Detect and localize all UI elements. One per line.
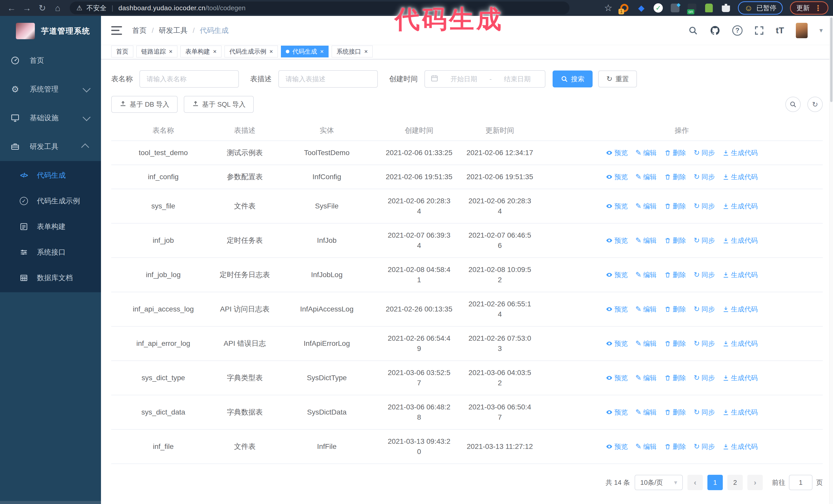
scrollbar-thumb[interactable] [830, 18, 832, 102]
op-delete-link[interactable]: 删除 [664, 338, 686, 349]
op-generate-link[interactable]: 生成代码 [722, 373, 758, 383]
next-page-button[interactable]: › [747, 475, 763, 490]
op-delete-link[interactable]: 删除 [664, 304, 686, 314]
security-label[interactable]: 不安全 [86, 4, 106, 13]
extension-icon-grid[interactable] [670, 3, 680, 13]
op-generate-link[interactable]: 生成代码 [722, 441, 758, 452]
update-button[interactable]: 更新 ⋮ [790, 1, 828, 15]
op-generate-link[interactable]: 生成代码 [722, 304, 758, 314]
op-generate-link[interactable]: 生成代码 [722, 338, 758, 349]
sidebar-subitem-system-api[interactable]: 系统接口 [0, 239, 101, 265]
sidebar-item-infrastructure[interactable]: 基础设施 [0, 103, 101, 132]
op-edit-link[interactable]: ✎编辑 [635, 407, 657, 417]
sidebar-scrollbar[interactable] [0, 501, 101, 504]
tab-system-api[interactable]: 系统接口 × [332, 46, 373, 57]
op-delete-link[interactable]: 删除 [664, 148, 686, 158]
extension-icon-gem[interactable]: ◆ [636, 3, 646, 13]
browser-back-button[interactable]: ← [5, 1, 19, 15]
op-sync-link[interactable]: ↻同步 [694, 270, 715, 280]
breadcrumb-item-home[interactable]: 首页 [132, 26, 147, 35]
start-date-placeholder[interactable]: 开始日期 [442, 75, 486, 83]
op-generate-link[interactable]: 生成代码 [722, 407, 758, 417]
op-edit-link[interactable]: ✎编辑 [635, 373, 657, 383]
close-icon[interactable]: × [269, 48, 273, 55]
import-sql-button[interactable]: 基于 SQL 导入 [184, 96, 254, 113]
font-size-icon[interactable]: tT [776, 25, 784, 35]
op-preview-link[interactable]: 预览 [606, 441, 628, 452]
sidebar-subitem-db-doc[interactable]: 数据库文档 [0, 265, 101, 291]
search-icon[interactable] [688, 26, 698, 35]
extension-icon-green-check[interactable]: ✓ [653, 3, 663, 13]
op-delete-link[interactable]: 删除 [664, 235, 686, 246]
sidebar-item-devtools[interactable]: 研发工具 [0, 132, 101, 161]
op-preview-link[interactable]: 预览 [606, 172, 628, 182]
table-name-input[interactable] [139, 70, 239, 88]
op-sync-link[interactable]: ↻同步 [694, 373, 715, 383]
op-edit-link[interactable]: ✎编辑 [635, 201, 657, 211]
extensions-puzzle-icon[interactable] [721, 3, 731, 13]
table-desc-input[interactable] [278, 70, 378, 88]
browser-reload-button[interactable]: ↻ [35, 1, 49, 15]
extension-icon-key[interactable] [704, 3, 714, 13]
op-sync-link[interactable]: ↻同步 [694, 235, 715, 246]
tab-form-builder[interactable]: 表单构建 × [181, 46, 221, 57]
op-edit-link[interactable]: ✎编辑 [635, 235, 657, 246]
op-generate-link[interactable]: 生成代码 [722, 148, 758, 158]
sidebar-subitem-codegen[interactable]: </> 代码生成 [0, 163, 101, 188]
op-generate-link[interactable]: 生成代码 [722, 172, 758, 182]
hamburger-button[interactable] [111, 26, 122, 35]
op-delete-link[interactable]: 删除 [664, 373, 686, 383]
hide-search-button[interactable] [785, 97, 801, 112]
prev-page-button[interactable]: ‹ [687, 475, 703, 490]
search-button[interactable]: 搜索 [553, 71, 593, 88]
browser-menu-dots-icon[interactable]: ⋮ [814, 4, 822, 13]
sidebar-item-system[interactable]: ⚙ 系统管理 [0, 75, 101, 103]
caret-down-icon[interactable]: ▾ [819, 26, 823, 34]
op-edit-link[interactable]: ✎编辑 [635, 270, 657, 280]
close-icon[interactable]: × [320, 48, 324, 55]
op-preview-link[interactable]: 预览 [606, 148, 628, 158]
browser-home-button[interactable]: ⌂ [51, 1, 65, 15]
op-preview-link[interactable]: 预览 [606, 338, 628, 349]
op-edit-link[interactable]: ✎编辑 [635, 441, 657, 452]
op-sync-link[interactable]: ↻同步 [694, 201, 715, 211]
bookmark-star-icon[interactable]: ☆ [604, 3, 612, 13]
op-edit-link[interactable]: ✎编辑 [635, 148, 657, 158]
avatar[interactable] [796, 23, 808, 38]
page-size-select[interactable]: 10条/页 ▾ [635, 475, 683, 490]
op-sync-link[interactable]: ↻同步 [694, 338, 715, 349]
extension-icon-dark-on[interactable]: on [687, 3, 697, 13]
reset-button[interactable]: ↻ 重置 [598, 71, 637, 88]
op-preview-link[interactable]: 预览 [606, 270, 628, 280]
op-generate-link[interactable]: 生成代码 [722, 201, 758, 211]
op-sync-link[interactable]: ↻同步 [694, 407, 715, 417]
end-date-placeholder[interactable]: 结束日期 [495, 75, 539, 83]
extension-icon-orange[interactable]: 1 [619, 3, 629, 13]
op-generate-link[interactable]: 生成代码 [722, 270, 758, 280]
op-sync-link[interactable]: ↻同步 [694, 172, 715, 182]
op-preview-link[interactable]: 预览 [606, 407, 628, 417]
op-edit-link[interactable]: ✎编辑 [635, 172, 657, 182]
app-logo-row[interactable]: 芋道管理系统 [0, 16, 101, 46]
op-delete-link[interactable]: 删除 [664, 270, 686, 280]
date-range-picker[interactable]: 开始日期 - 结束日期 [425, 70, 545, 88]
sidebar-subitem-form-builder[interactable]: 表单构建 [0, 214, 101, 239]
goto-page-input[interactable] [789, 475, 812, 490]
op-preview-link[interactable]: 预览 [606, 201, 628, 211]
op-sync-link[interactable]: ↻同步 [694, 304, 715, 314]
op-edit-link[interactable]: ✎编辑 [635, 304, 657, 314]
sidebar-item-home[interactable]: 首页 [0, 46, 101, 75]
op-delete-link[interactable]: 删除 [664, 441, 686, 452]
browser-scrollbar[interactable] [829, 16, 833, 504]
op-sync-link[interactable]: ↻同步 [694, 148, 715, 158]
op-delete-link[interactable]: 删除 [664, 407, 686, 417]
tab-codegen[interactable]: 代码生成 × [281, 46, 329, 57]
tab-tracing[interactable]: 链路追踪 × [136, 46, 177, 57]
op-preview-link[interactable]: 预览 [606, 235, 628, 246]
page-2-button[interactable]: 2 [728, 475, 743, 490]
op-edit-link[interactable]: ✎编辑 [635, 338, 657, 349]
sidebar-subitem-codegen-example[interactable]: ✓ 代码生成示例 [0, 188, 101, 214]
op-preview-link[interactable]: 预览 [606, 373, 628, 383]
op-preview-link[interactable]: 预览 [606, 304, 628, 314]
op-generate-link[interactable]: 生成代码 [722, 235, 758, 246]
